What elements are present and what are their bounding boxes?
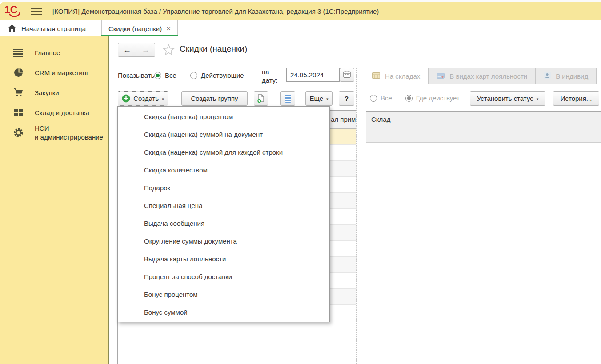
create-button[interactable]: Создать ▾	[118, 91, 168, 106]
list-rows-icon	[285, 95, 291, 103]
svg-text:1С: 1С	[4, 4, 17, 16]
sidebar-item-nsi-administration[interactable]: НСИ и администрирование	[0, 123, 108, 143]
radio-all[interactable]	[154, 72, 161, 79]
sidebar-item-purchases[interactable]: Закупки	[0, 83, 108, 103]
warehouses-table: Склад	[366, 111, 601, 364]
menu-item-discount-amount-document[interactable]: Скидка (наценка) суммой на документ	[118, 125, 329, 143]
sidebar-item-label: Склад и доставка	[35, 108, 89, 117]
sidebar-item-warehouse-delivery[interactable]: Склад и доставка	[0, 103, 108, 123]
sidebar-item-label: НСИ и администрирование	[35, 124, 103, 142]
list-column-header-label: ал прим	[331, 116, 356, 123]
tab-discounts[interactable]: Скидки (наценки) ×	[101, 20, 178, 36]
set-status-label: Установить статус	[477, 95, 533, 102]
tab-warehouses[interactable]: На складах	[364, 68, 429, 84]
active-tab-indicator	[101, 35, 178, 36]
1c-logo-icon[interactable]: 1С	[4, 4, 23, 18]
create-group-button[interactable]: Создать группу	[181, 91, 248, 106]
menu-item-special-price[interactable]: Специальная цена	[118, 196, 329, 214]
tab-close-icon[interactable]: ×	[166, 25, 171, 32]
create-group-label: Создать группу	[191, 95, 238, 102]
app-title: [КОПИЯ] Демонстрационная база / Управлен…	[52, 8, 379, 15]
radio-usage-all-label[interactable]: Все	[381, 94, 392, 102]
app-window: 1С [КОПИЯ] Демонстрационная база / Управ…	[0, 0, 601, 364]
menu-item-rounding-document-amount[interactable]: Округление суммы документа	[118, 232, 329, 250]
document-plus-icon	[257, 94, 265, 103]
on-date-label: на дату:	[262, 68, 283, 84]
create-dropdown-menu: Скидка (наценка) процентом Скидка (нацен…	[117, 106, 330, 322]
chevron-down-icon: ▾	[537, 97, 539, 101]
menu-item-loyalty-card-issue[interactable]: Выдача карты лояльности	[118, 250, 329, 268]
show-filter-label: Показывать:	[118, 72, 156, 79]
sidebar-item-label: Закупки	[35, 88, 59, 97]
chevron-down-icon: ▾	[326, 97, 329, 101]
tab-loyalty-card-kinds[interactable]: В видах карт лояльности	[429, 68, 536, 84]
menu-item-discount-amount-each-row[interactable]: Скидка (наценка) суммой для каждой строк…	[118, 143, 329, 161]
section-sidebar: Главное CRM и маркетинг Закупки	[0, 36, 109, 364]
more-button-label: Еще	[309, 95, 323, 102]
tab-warehouses-label: На складах	[385, 72, 420, 80]
forward-button[interactable]: →	[136, 43, 155, 57]
home-icon	[8, 24, 16, 33]
history-button[interactable]: История...	[553, 91, 599, 106]
create-by-copy-button[interactable]	[254, 91, 268, 106]
history-button-label: История...	[561, 95, 592, 102]
history-nav-group: ← →	[118, 43, 155, 57]
sidebar-item-main[interactable]: Главное	[0, 43, 108, 63]
radio-active-label[interactable]: Действующие	[201, 72, 244, 79]
shopping-cart-icon	[12, 88, 24, 97]
home-tab[interactable]: Начальная страница	[4, 20, 89, 36]
chevron-down-icon: ▾	[162, 97, 164, 101]
title-bar: 1С [КОПИЯ] Демонстрационная база / Управ…	[0, 2, 601, 20]
tab-discounts-label: Скидки (наценки)	[108, 25, 162, 32]
sidebar-item-crm-marketing[interactable]: CRM и маркетинг	[0, 63, 108, 83]
help-button[interactable]: ?	[339, 91, 354, 106]
menu-item-message-output[interactable]: Выдача сообщения	[118, 214, 329, 232]
date-input[interactable]	[286, 68, 340, 82]
list-bars-icon	[12, 49, 24, 57]
list-view-button[interactable]	[280, 91, 295, 106]
radio-usage-where-active-label[interactable]: Где действует	[416, 94, 460, 102]
tab-bar: Начальная страница Скидки (наценки) ×	[0, 20, 601, 36]
warehouse-table-icon	[372, 72, 380, 80]
panel-splitter[interactable]	[356, 68, 360, 364]
loyalty-card-icon	[437, 72, 445, 80]
calendar-button[interactable]	[340, 68, 354, 82]
favorite-star-icon[interactable]	[163, 44, 175, 57]
radio-all-label[interactable]: Все	[165, 72, 176, 79]
sidebar-item-label: Главное	[35, 48, 60, 57]
usage-panel: На складах В видах карт лояльности	[361, 68, 601, 364]
radio-usage-where-active[interactable]	[405, 95, 413, 102]
more-button[interactable]: Еще ▾	[305, 91, 333, 106]
gear-icon	[12, 128, 24, 138]
usage-panel-tabs: На складах В видах карт лояльности	[361, 68, 601, 84]
radio-active[interactable]	[190, 72, 197, 79]
tab-individual[interactable]: В индивид	[536, 68, 597, 84]
menu-item-gift[interactable]: Подарок	[118, 179, 329, 196]
radio-usage-all[interactable]	[370, 95, 377, 102]
person-icon	[544, 72, 551, 80]
tab-individual-label: В индивид	[556, 72, 588, 80]
sidebar-item-label: CRM и маркетинг	[35, 68, 88, 77]
tab-loyalty-label: В видах карт лояльности	[449, 72, 527, 80]
menu-item-bonus-percent[interactable]: Бонус процентом	[118, 285, 329, 303]
page-title: Скидки (наценки)	[180, 44, 247, 54]
pie-chart-icon	[12, 68, 24, 77]
home-tab-label: Начальная страница	[21, 25, 86, 32]
calendar-icon	[343, 71, 351, 79]
back-button[interactable]: ←	[118, 43, 136, 57]
menu-item-discount-quantity[interactable]: Скидка количеством	[118, 161, 329, 179]
warehouse-column-header[interactable]: Склад	[366, 112, 601, 143]
menu-item-delivery-method-percent[interactable]: Процент за способ доставки	[118, 268, 329, 285]
plus-circle-icon	[122, 94, 130, 103]
usage-filter-group: Все Где действует	[370, 94, 460, 102]
menu-item-discount-percent[interactable]: Скидка (наценка) процентом	[118, 108, 329, 125]
create-button-label: Создать	[133, 95, 159, 102]
main-menu-hamburger-icon[interactable]	[31, 8, 43, 15]
set-status-button[interactable]: Установить статус ▾	[470, 91, 545, 106]
menu-item-bonus-amount[interactable]: Бонус суммой	[118, 303, 329, 321]
grid-icon	[12, 109, 24, 117]
